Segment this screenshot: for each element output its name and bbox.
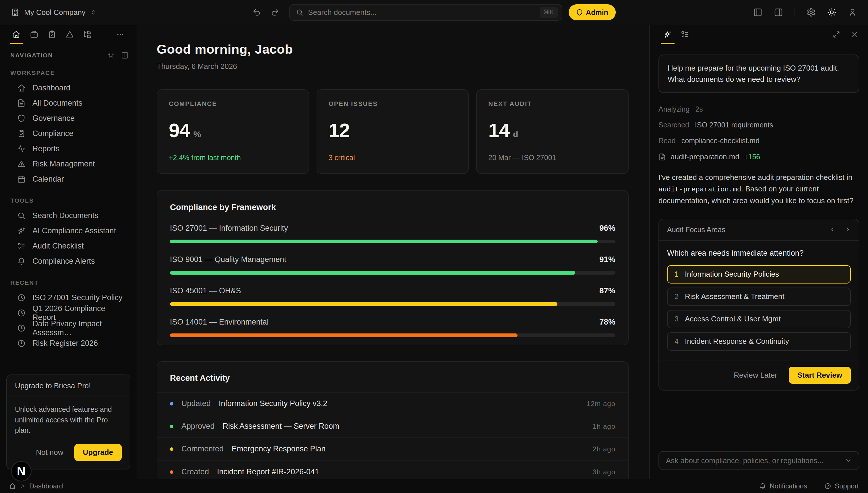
sidebar-item-label: Governance: [33, 114, 75, 123]
focus-option-1[interactable]: 1 Information Security Policies: [667, 265, 851, 283]
list-checks-icon: [17, 242, 25, 250]
file-chip[interactable]: audit-preparation.md +156: [658, 152, 860, 161]
progress-fill: [170, 271, 575, 275]
recent-item[interactable]: Data Privacy Impact Assessm…: [6, 321, 130, 336]
assistant-input-box[interactable]: [658, 451, 860, 470]
theme-sun-icon[interactable]: [827, 8, 837, 17]
assistant-input[interactable]: [666, 456, 840, 465]
user-icon[interactable]: [848, 8, 857, 17]
stat-label: NEXT AUDIT: [488, 100, 617, 108]
main-content: Good morning, Jacob Thursday, 6 March 20…: [137, 25, 649, 479]
sidebar-item-all-documents[interactable]: All Documents: [6, 95, 130, 111]
dev-overlay-badge[interactable]: N: [11, 461, 31, 481]
sidebar-item-calendar[interactable]: Calendar: [6, 172, 130, 187]
assistant-tabs: [650, 25, 868, 44]
sidebar-tab-risk[interactable]: [61, 25, 79, 44]
framework-percent: 91%: [599, 255, 615, 264]
sidebar-item-governance[interactable]: Governance: [6, 111, 130, 126]
global-search[interactable]: ⌘K: [289, 4, 562, 21]
user-message: Help me prepare for the upcoming ISO 270…: [658, 55, 860, 93]
nav-filter-icon[interactable]: [107, 52, 115, 59]
clock-icon: [17, 324, 25, 332]
support-button[interactable]: Support: [824, 482, 859, 490]
recent-item[interactable]: Risk Register 2026: [6, 336, 130, 351]
bell-icon: [17, 257, 25, 265]
expand-panel-icon[interactable]: [832, 30, 841, 39]
sidebar-item-label: All Documents: [33, 99, 82, 108]
sidebar-item-label: Search Documents: [33, 211, 99, 220]
sidebar-tab-tree[interactable]: [79, 25, 97, 44]
framework-percent: 96%: [599, 223, 615, 233]
focus-option-4[interactable]: 4 Incident Response & Continuity: [667, 332, 851, 351]
recent-item[interactable]: Q1 2026 Compliance Report: [6, 305, 130, 321]
framework-row: ISO 45001 — OH&S 87%: [170, 286, 615, 306]
admin-label: Admin: [586, 8, 608, 17]
panel-left-toggle[interactable]: [753, 8, 762, 17]
close-panel-icon[interactable]: [851, 30, 859, 39]
focus-option-3[interactable]: 3 Access Control & User Mgmt: [667, 310, 851, 328]
tab-ai-assistant[interactable]: [659, 25, 676, 44]
activity-row[interactable]: Updated Information Security Policy v3.2…: [157, 392, 628, 415]
review-later-button[interactable]: Review Later: [734, 371, 777, 380]
sidebar-item-label: AI Compliance Assistant: [33, 227, 116, 235]
start-review-button[interactable]: Start Review: [789, 367, 851, 384]
progress-fill: [170, 334, 517, 337]
status-dot: [170, 470, 173, 474]
page-date: Thursday, 6 March 2026: [157, 62, 629, 71]
sidebar-tab-home[interactable]: [7, 25, 25, 44]
recent-item[interactable]: ISO 27001 Security Policy: [6, 290, 130, 305]
shield-icon: [17, 114, 25, 123]
calendar-icon: [17, 175, 25, 184]
sidebar-item-search-documents[interactable]: Search Documents: [6, 208, 130, 223]
activity-row[interactable]: Created Incident Report #IR-2026-041 3h …: [157, 460, 628, 479]
search-icon: [17, 212, 25, 220]
progress-track: [170, 240, 615, 243]
sidebar-tab-workspace[interactable]: [25, 25, 43, 44]
focus-card-title: Audit Focus Areas: [667, 226, 725, 234]
breadcrumb-current[interactable]: Dashboard: [29, 482, 63, 490]
recent-activity-card: Recent Activity Updated Information Secu…: [157, 361, 629, 479]
sidebar-tab-compliance[interactable]: [43, 25, 61, 44]
sidebar-icon-tabs: [0, 25, 136, 44]
search-input[interactable]: [308, 8, 535, 17]
redo-button[interactable]: [271, 8, 279, 17]
workspace-switcher[interactable]: My Cool Company: [11, 8, 97, 17]
stat-card-next-audit: NEXT AUDIT 14 d 20 Mar — ISO 27001: [476, 89, 629, 174]
admin-badge[interactable]: Admin: [569, 4, 616, 20]
search-icon: [296, 8, 303, 16]
activity-action: Updated: [182, 399, 211, 408]
audit-focus-card: Audit Focus Areas Which area needs immed…: [658, 219, 860, 390]
activity-title: Recent Activity: [157, 362, 628, 392]
focus-option-2[interactable]: 2 Risk Assessment & Treatment: [667, 287, 851, 306]
chevron-down-icon[interactable]: [845, 457, 852, 464]
chevron-left-icon[interactable]: [829, 227, 836, 233]
panel-right-toggle[interactable]: [774, 8, 783, 17]
activity-doc: Information Security Policy v3.2: [219, 399, 327, 408]
stat-card-compliance: COMPLIANCE 94 % +2.4% from last month: [157, 89, 309, 174]
sidebar-item-ai-assistant[interactable]: AI Compliance Assistant: [6, 223, 130, 238]
sidebar-tabs-more[interactable]: [111, 25, 129, 44]
sidebar-item-reports[interactable]: Reports: [6, 141, 130, 156]
settings-gear-icon[interactable]: [807, 8, 816, 17]
upgrade-button[interactable]: Upgrade: [75, 444, 122, 461]
activity-row[interactable]: Approved Risk Assessment — Server Room 1…: [157, 415, 628, 438]
activity-doc: Incident Report #IR-2026-041: [217, 468, 319, 476]
assistant-response: I've created a comprehensive audit prepa…: [658, 172, 860, 207]
stat-unit: d: [513, 129, 518, 139]
sidebar-item-compliance-alerts[interactable]: Compliance Alerts: [6, 254, 130, 269]
not-now-button[interactable]: Not now: [36, 448, 63, 457]
sidebar-item-risk-management[interactable]: Risk Management: [6, 156, 130, 172]
undo-button[interactable]: [252, 8, 261, 17]
notifications-button[interactable]: Notifications: [759, 482, 807, 490]
activity-action: Created: [182, 468, 209, 476]
tab-checklist[interactable]: [676, 25, 694, 44]
nav-collapse-icon[interactable]: [121, 52, 129, 59]
home-icon[interactable]: [9, 483, 16, 490]
upgrade-body: Unlock advanced features and unlimited a…: [7, 397, 130, 435]
sidebar-item-label: Risk Management: [33, 159, 95, 168]
sidebar-item-dashboard[interactable]: Dashboard: [6, 80, 130, 95]
sidebar-item-compliance[interactable]: Compliance: [6, 126, 130, 141]
chevron-right-icon[interactable]: [845, 227, 851, 233]
sidebar-item-audit-checklist[interactable]: Audit Checklist: [6, 238, 130, 254]
activity-row[interactable]: Commented Emergency Response Plan 2h ago: [157, 438, 628, 460]
